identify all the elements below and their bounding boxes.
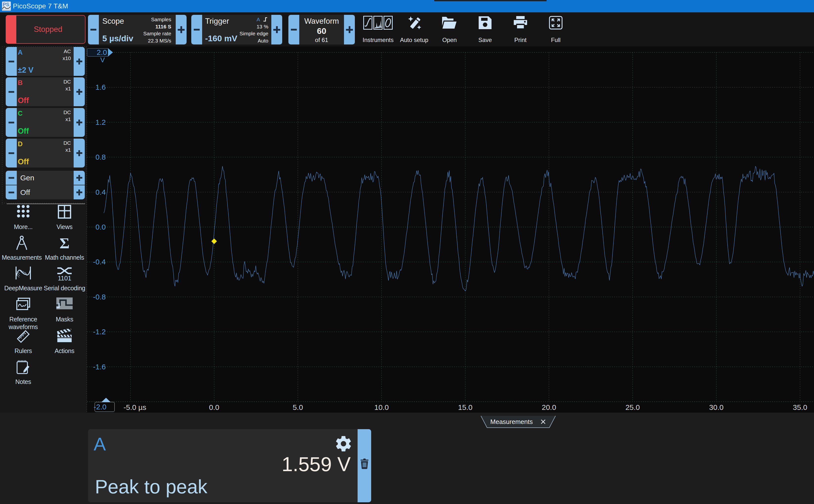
svg-text:1.2: 1.2 [95, 118, 106, 126]
svg-text:10.0: 10.0 [374, 403, 389, 411]
svg-text:-0.4: -0.4 [93, 258, 106, 266]
svg-text:30.0: 30.0 [709, 403, 724, 411]
svg-text:25.0: 25.0 [625, 403, 640, 411]
svg-text:1.6: 1.6 [95, 83, 106, 91]
svg-text:0.0: 0.0 [209, 403, 219, 411]
svg-text:20.0: 20.0 [542, 403, 556, 411]
svg-text:35.0: 35.0 [793, 403, 807, 411]
svg-text:1101: 1101 [58, 274, 71, 281]
svg-text:15.0: 15.0 [458, 403, 472, 411]
svg-text:-1.6: -1.6 [93, 363, 106, 371]
svg-text:Measurements: Measurements [490, 418, 533, 425]
svg-text:0.4: 0.4 [95, 188, 106, 196]
svg-text:-1.2: -1.2 [93, 328, 106, 336]
svg-text:0.0: 0.0 [95, 223, 106, 231]
svg-text:-5.0 µs: -5.0 µs [124, 403, 146, 411]
svg-text:0.8: 0.8 [95, 153, 106, 161]
svg-text:PS: PS [3, 2, 9, 7]
svg-text:-0.8: -0.8 [93, 293, 106, 301]
svg-text:5.0: 5.0 [293, 403, 303, 411]
